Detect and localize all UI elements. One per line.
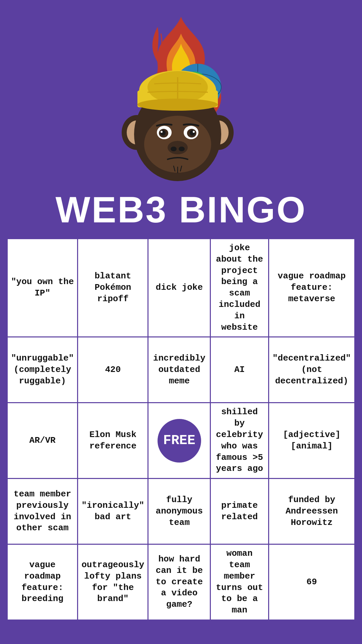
bingo-cell-3-4: funded by Andreessen Horowitz: [268, 479, 355, 544]
bingo-cell-0-3: joke about the project being a scam incl…: [210, 239, 269, 337]
bingo-cell-4-2: how hard can it be to create a video gam…: [148, 544, 210, 620]
bingo-cell-0-4: vague roadmap feature: metaverse: [268, 239, 355, 337]
svg-point-23: [193, 131, 195, 133]
bingo-cell-2-3: shilled by celebrity who was famous >5 y…: [210, 403, 269, 479]
bingo-cell-3-3: primate related: [210, 479, 269, 544]
bingo-cell-2-4: [adjective] [animal]: [268, 403, 355, 479]
page-title: WEB3 BINGO: [7, 191, 355, 228]
bingo-cell-2-1: Elon Musk reference: [78, 403, 148, 479]
bingo-cell-1-3: AI: [210, 337, 269, 403]
svg-point-22: [190, 130, 195, 136]
bingo-row-0: "you own the IP"blatant Pokémon ripoffdi…: [7, 239, 355, 337]
bingo-row-3: team member previously involved in other…: [7, 479, 355, 544]
bingo-cell-4-0: vague roadmap feature: breeding: [7, 544, 78, 620]
bingo-row-4: vague roadmap feature: breedingoutrageou…: [7, 544, 355, 620]
bingo-cell-1-4: "decentralized" (not decentralized): [268, 337, 355, 403]
bingo-cell-1-1: 420: [78, 337, 148, 403]
bingo-table: "you own the IP"blatant Pokémon ripoffdi…: [7, 238, 355, 621]
bingo-cell-2-2: FREE: [148, 403, 210, 479]
bingo-cell-4-1: outrageously lofty plans for "the brand": [78, 544, 148, 620]
bingo-cell-0-1: blatant Pokémon ripoff: [78, 239, 148, 337]
header-section: [0, 0, 362, 188]
bingo-cell-3-2: fully anonymous team: [148, 479, 210, 544]
svg-point-24: [168, 141, 188, 154]
svg-point-19: [161, 131, 163, 133]
svg-point-25: [171, 147, 177, 151]
bingo-cell-3-0: team member previously involved in other…: [7, 479, 78, 544]
bingo-cell-3-1: "ironically" bad art: [78, 479, 148, 544]
bingo-cell-0-2: dick joke: [148, 239, 210, 337]
svg-point-18: [160, 130, 166, 136]
free-space: FREE: [158, 419, 201, 463]
svg-point-26: [179, 147, 185, 151]
bingo-cell-4-3: woman team member turns out to be a man: [210, 544, 269, 620]
bingo-row-1: "unruggable" (completely ruggable)420inc…: [7, 337, 355, 403]
bingo-cell-1-2: incredibly outdated meme: [148, 337, 210, 403]
bingo-cell-4-4: 69: [268, 544, 355, 620]
bingo-cell-0-0: "you own the IP": [7, 239, 78, 337]
page-title-section: WEB3 BINGO: [0, 188, 362, 235]
bingo-cell-2-0: AR/VR: [7, 403, 78, 479]
bingo-cell-1-0: "unruggable" (completely ruggable): [7, 337, 78, 403]
bingo-row-2: AR/VRElon Musk referenceFREEshilled by c…: [7, 403, 355, 479]
monkey-face-icon: [121, 67, 241, 188]
